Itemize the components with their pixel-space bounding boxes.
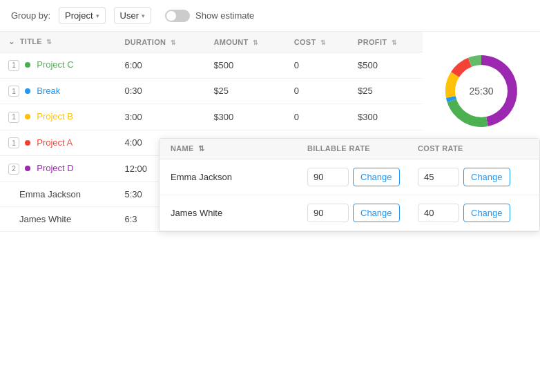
col-header-duration: DURATION ⇅ [116,32,205,52]
col-header-profit: PROFIT ⇅ [349,32,423,52]
rates-popup: NAME ⇅ BILLABLE RATE COST RATE Emma Jack… [159,138,540,232]
cost-cell: 0 [286,52,349,79]
title-sort-icon: ⇅ [46,39,52,46]
amount-cell: $300 [205,104,285,130]
cost-rate-group: Change [418,168,528,186]
project-dot-icon [25,166,30,171]
project-name[interactable]: Project A [37,137,73,148]
profit-sort-icon: ⇅ [392,39,397,46]
show-estimate-label: Show estimate [195,10,254,21]
project-name[interactable]: Project D [37,163,73,173]
group-by-label: Group by: [11,10,50,21]
user-select[interactable]: User ▾ [114,7,151,24]
group-by-select[interactable]: Project ▾ [59,7,105,24]
table-row: 1 Project C 6:00$5000$500 [0,52,423,79]
cost-cell: 0 [286,104,349,130]
project-title-cell: 1 Project C [0,52,116,79]
profit-cell: $500 [349,52,423,79]
show-estimate-toggle-group: Show estimate [165,10,254,22]
popup-row: Emma Jackson Change Change [160,159,539,195]
billable-change-button[interactable]: Change [353,168,400,186]
cost-rate-input[interactable] [418,168,459,186]
billable-rate-group: Change [307,204,418,222]
top-bar: Group by: Project ▾ User ▾ Show estimate [0,0,540,32]
donut-chart: 25:30 [433,43,530,139]
row-num-badge: 1 [8,86,19,97]
table-row: 1 Project B 3:00$3000$300 [0,104,423,130]
profit-cell: $25 [349,78,423,104]
amount-cell: $500 [205,52,285,79]
project-name[interactable]: Project B [37,111,73,121]
user-arrow-icon: ▾ [142,12,145,19]
project-title-cell: 1 Project B [0,104,116,130]
donut-center-label: 25:30 [469,86,493,97]
project-title-cell: 2 Project D [0,156,116,182]
popup-header: NAME ⇅ BILLABLE RATE COST RATE [160,139,539,159]
main-content: ⌄ TITLE ⇅ DURATION ⇅ AMOUNT ⇅ COST ⇅ PRO… [0,32,540,232]
row-num-badge: 2 [8,164,19,175]
billable-rate-group: Change [307,168,418,186]
show-estimate-toggle[interactable] [165,10,190,22]
popup-row: James White Change Change [160,195,539,231]
cost-sort-icon: ⇅ [320,39,326,46]
amount-sort-icon: ⇅ [253,39,258,46]
project-name[interactable]: Break [37,86,60,96]
chevron-down-icon: ⌄ [8,37,15,46]
popup-col-cost: COST RATE [418,144,528,153]
billable-rate-input[interactable] [307,168,349,186]
project-name[interactable]: Project C [37,59,73,70]
cost-rate-group: Change [418,204,528,222]
table-header-row: ⌄ TITLE ⇅ DURATION ⇅ AMOUNT ⇅ COST ⇅ PRO… [0,32,423,52]
duration-sort-icon: ⇅ [171,39,176,46]
group-by-arrow-icon: ▾ [96,12,99,19]
cost-change-button[interactable]: Change [463,168,510,186]
table-row: 1 Break 0:30$250$25 [0,78,423,104]
popup-col-billable: BILLABLE RATE [307,144,418,153]
duration-cell: 0:30 [116,78,205,104]
duration-cell: 6:00 [116,52,205,79]
profit-cell: $300 [349,104,423,130]
col-header-title: ⌄ TITLE ⇅ [0,32,116,52]
cost-change-button[interactable]: Change [463,204,510,222]
row-num-badge: 1 [8,60,19,71]
col-header-cost: COST ⇅ [286,32,349,52]
row-num-badge: 1 [8,137,19,148]
project-dot-icon [25,140,30,146]
row-num-badge: 1 [8,112,19,123]
popup-person-name: James White [171,208,307,218]
person-name-cell: James White [0,206,116,231]
cost-rate-input[interactable] [418,204,459,222]
project-dot-icon [25,114,30,119]
billable-rate-input[interactable] [307,204,349,222]
popup-person-name: Emma Jackson [171,172,307,182]
project-title-cell: 1 Break [0,78,116,104]
cost-cell: 0 [286,78,349,104]
project-dot-icon [25,88,30,94]
project-title-cell: 1 Project A [0,130,116,156]
billable-change-button[interactable]: Change [353,204,400,222]
project-dot-icon [25,62,30,68]
popup-col-name: NAME ⇅ [171,144,307,153]
person-name-cell: Emma Jackson [0,182,116,206]
duration-cell: 3:00 [116,104,205,130]
col-header-amount: AMOUNT ⇅ [205,32,285,52]
amount-cell: $25 [205,78,285,104]
